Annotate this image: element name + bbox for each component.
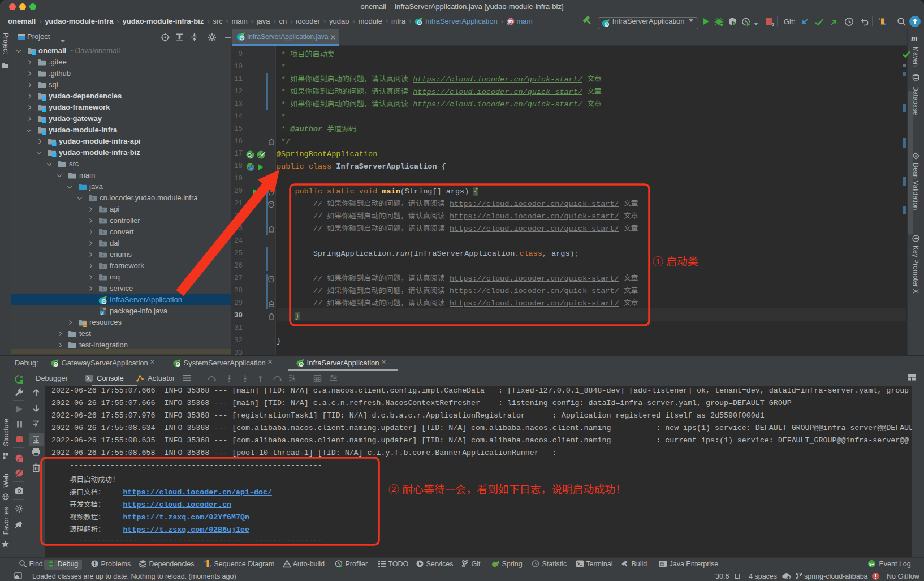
svg-text:3: 3: [772, 23, 775, 27]
svg-text:J: J: [101, 311, 102, 315]
svg-text:e: e: [251, 166, 253, 171]
svg-text:9+: 9+: [869, 562, 874, 567]
svg-text:m: m: [508, 18, 513, 24]
svg-text:I: I: [294, 379, 295, 382]
